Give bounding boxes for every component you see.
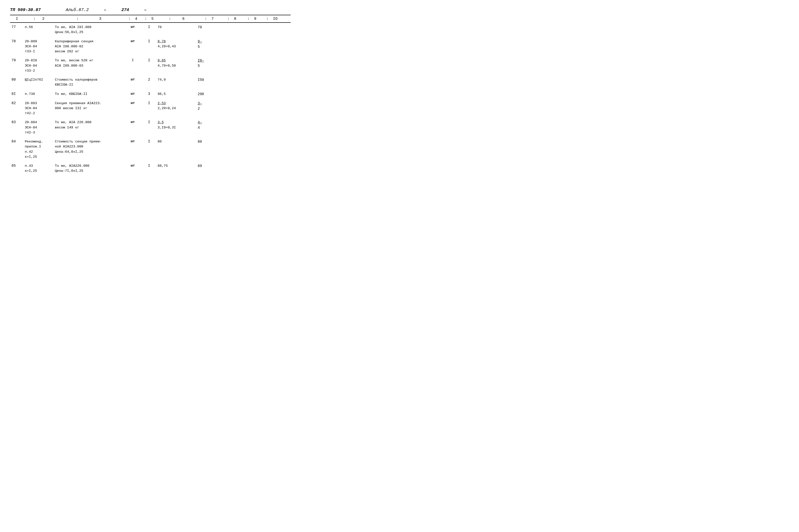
- row-price: 88,75: [157, 164, 197, 169]
- row-code: 20-883ЭСН-84т42-2: [24, 101, 54, 116]
- row-unit: шт: [124, 39, 142, 44]
- row-num: 85: [10, 164, 24, 169]
- row-code: п.738: [24, 92, 54, 97]
- top-divider: [10, 15, 291, 15]
- row-total: 4–4: [197, 120, 222, 130]
- table-row: 78 20–809ЭСН-84т33-I Калориферная секция…: [10, 39, 291, 54]
- table-row: 83 20-884ЭСН-84т42-3 То же, АIA 226.000в…: [10, 120, 291, 135]
- row-total: 80: [197, 139, 222, 145]
- row-desc: То же, КВБIОА-II: [54, 92, 124, 97]
- doc-id: ТП 509-30.87: [10, 7, 41, 12]
- table-body: 77 п.56 То же, АIA I8I.000Цена:56,0хI,25…: [10, 25, 291, 174]
- row-qty: I: [142, 25, 157, 30]
- row-price: 2,532,29+0,24: [157, 101, 197, 111]
- col-header-sep6: : 7: [197, 17, 222, 21]
- row-desc: Стоимость калориферовКВСIОА-II: [54, 77, 124, 88]
- row-unit: шт: [124, 92, 142, 96]
- row-unit: шт: [124, 77, 142, 82]
- row-total: 89: [197, 164, 222, 169]
- table-row: 82 20-883ЭСН-84т42-2 Секция приемная АIА…: [10, 101, 291, 116]
- table-row: 8I п.738 То же, КВБIОА-II шт 3 96,5 290: [10, 92, 291, 97]
- alt-num: Альб.87.2: [66, 7, 89, 12]
- row-desc: Калориферная секцияАIA I88.000-02весом 2…: [54, 39, 124, 54]
- table-row: 84 Рекоменд.прилож.Iп.42к=I,25 Стоимость…: [10, 139, 291, 159]
- row-num: 84: [10, 139, 24, 144]
- row-qty: I: [142, 58, 157, 63]
- row-price: 3,53,I9+0,3I: [157, 120, 197, 130]
- row-desc: Стоимость секции прием-ной АIА223.000Цен…: [54, 139, 124, 154]
- row-unit: шт: [124, 120, 142, 125]
- page-header: ТП 509-30.87 Альб.87.2 – 274 –: [10, 7, 291, 12]
- row-code: ЩIцIIп76I: [24, 77, 54, 82]
- row-qty: 3: [142, 92, 157, 97]
- row-unit: I: [124, 58, 142, 63]
- table-row: 80 ЩIцIIп76I Стоимость калориферовКВСIОА…: [10, 77, 291, 88]
- dash1: –: [104, 7, 106, 12]
- row-desc: То же, весом 520 кгАIA I89.000-03: [54, 58, 124, 68]
- table-row: 85 п.43к=I,25 То же, АIА226.000Цена:7I,0…: [10, 164, 291, 174]
- col-header-sep1: : 2: [24, 17, 54, 21]
- row-desc: То же, АIA 226.000весом 149 кг: [54, 120, 124, 130]
- table-row: 77 п.56 То же, АIA I8I.000Цена:56,0хI,25…: [10, 25, 291, 35]
- col-header-sep2: : 3: [54, 17, 124, 21]
- row-unit: шт: [124, 139, 142, 144]
- row-qty: I: [142, 120, 157, 125]
- row-qty: 2: [142, 77, 157, 82]
- dash2: –: [144, 7, 147, 12]
- row-num: 80: [10, 77, 24, 82]
- row-desc: То же, АIА226.000Цена:7I,0хI,25: [54, 164, 124, 174]
- column-headers: I : 2 : 3 : 4 : 5 : 6 : 7 : 8 : 9 : IO: [10, 17, 291, 23]
- row-total: 3–2: [197, 101, 222, 111]
- row-unit: шт: [124, 25, 142, 30]
- row-total: 290: [197, 92, 222, 97]
- col-header-sep3: : 4: [124, 17, 142, 21]
- col-header-sep8: : 9: [242, 17, 262, 21]
- row-num: 79: [10, 58, 24, 63]
- row-total: 9–5: [197, 39, 222, 50]
- row-desc: То же, АIA I8I.000Цена:56,0хI,25: [54, 25, 124, 35]
- col-header-1: I: [10, 17, 24, 21]
- row-num: 77: [10, 25, 24, 30]
- row-desc: Секция приемная АIА223.000 весом I3I кг: [54, 101, 124, 111]
- row-num: 8I: [10, 92, 24, 97]
- row-price: 96,5: [157, 92, 197, 97]
- row-price: 74,9: [157, 77, 197, 82]
- row-num: 82: [10, 101, 24, 106]
- row-code: п.56: [24, 25, 54, 30]
- page-num: 274: [121, 7, 129, 12]
- col-header-sep4: : 5: [142, 17, 157, 21]
- row-code: п.43к=I,25: [24, 164, 54, 174]
- row-qty: I: [142, 39, 157, 44]
- row-code: 20-884ЭСН-84т42-3: [24, 120, 54, 135]
- row-total: 70: [197, 25, 222, 30]
- col-header-sep7: : 8: [222, 17, 242, 21]
- col-header-sep5: : 6: [157, 17, 197, 21]
- row-num: 78: [10, 39, 24, 44]
- row-code: 20-8I0ЭСН-84т33-2: [24, 58, 54, 73]
- row-total: I0–5: [197, 58, 222, 69]
- row-price: 80: [157, 139, 197, 144]
- row-qty: I: [142, 139, 157, 144]
- row-unit: шт: [124, 101, 142, 106]
- table-row: 79 20-8I0ЭСН-84т33-2 То же, весом 520 кг…: [10, 58, 291, 73]
- row-qty: I: [142, 101, 157, 106]
- row-code: 20–809ЭСН-84т33-I: [24, 39, 54, 54]
- row-qty: I: [142, 164, 157, 169]
- row-total: I50: [197, 77, 222, 83]
- row-code: Рекоменд.прилож.Iп.42к=I,25: [24, 139, 54, 159]
- row-price: 9,654,79+0,58: [157, 58, 197, 68]
- row-price: 70: [157, 25, 197, 30]
- row-unit: шт: [124, 164, 142, 168]
- col-header-sep9: : IO: [262, 17, 282, 21]
- row-num: 83: [10, 120, 24, 125]
- row-price: 8,784,29+0,43: [157, 39, 197, 49]
